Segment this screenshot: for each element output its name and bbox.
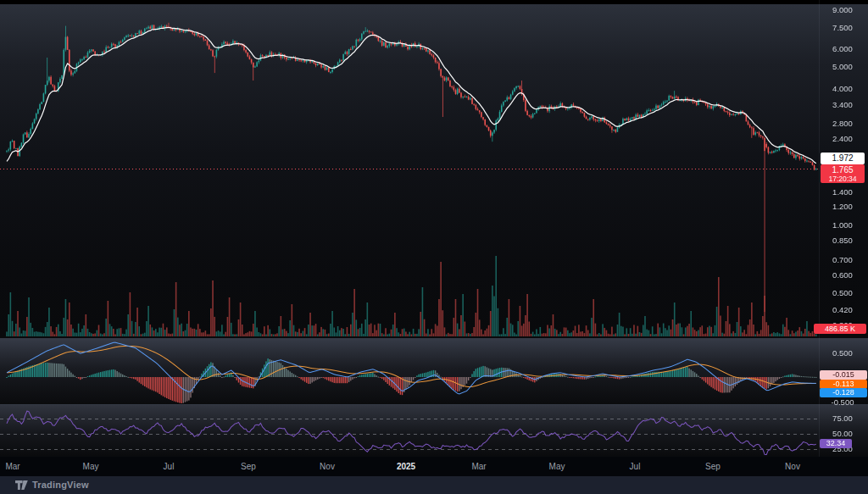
chart-canvas (0, 0, 868, 494)
rsi-value-tag: 32.34 (820, 439, 852, 448)
price-tick: 0.420 (819, 305, 866, 314)
price-tick: 0.500 (819, 288, 866, 297)
time-tick: Jul (618, 457, 652, 476)
time-tick: May (540, 457, 574, 476)
price-tick: 6.000 (819, 44, 866, 53)
time-tick: Jul (152, 457, 186, 476)
time-axis[interactable]: MarMayJulSepNov2025MarMayJulSepNov (0, 457, 868, 476)
macd-histogram-tag: -0.015 (820, 370, 867, 380)
time-tick: Sep (231, 457, 265, 476)
tradingview-logo-text: TradingView (32, 480, 89, 490)
price-tick: 1.000 (819, 220, 866, 230)
tradingview-logo-link[interactable]: TradingView (15, 480, 89, 490)
time-tick: May (74, 457, 108, 476)
volume-value-tag: 486.85 K (814, 324, 866, 334)
time-tick: Nov (310, 457, 344, 476)
price-tick: 0.850 (819, 236, 866, 245)
time-tick: Mar (0, 457, 30, 476)
bar-countdown: 17:20:34 (821, 175, 865, 183)
time-tick: Mar (462, 457, 496, 476)
macd-tick: 0.500 (819, 348, 866, 358)
macd-line-tag: -0.128 (820, 388, 867, 397)
footer-bar: TradingView (0, 476, 868, 494)
price-tick: 1.200 (819, 202, 866, 211)
ma-price-tag: 1.972 (821, 153, 865, 164)
tradingview-logo-icon (15, 480, 28, 490)
price-tick: 1.400 (819, 187, 866, 197)
price-tick: 0.600 (819, 270, 866, 280)
tradingview-chart-window: 9.0007.5006.0005.0004.0003.4002.8002.400… (0, 0, 868, 494)
last-price-tag: 1.765 17:20:34 (821, 164, 865, 183)
macd-tick: -0.500 (819, 397, 866, 407)
price-tick: 2.800 (819, 119, 866, 128)
time-tick: 2025 (389, 457, 423, 476)
rsi-tick: 50.00 (819, 429, 866, 438)
time-tick: Sep (696, 457, 730, 476)
price-tick: 5.000 (819, 62, 866, 71)
price-tick: 7.500 (819, 23, 866, 32)
price-tick: 0.700 (819, 255, 866, 264)
price-tick: 4.000 (819, 84, 866, 93)
time-tick: Nov (776, 457, 810, 476)
rsi-tick: 75.00 (819, 414, 866, 423)
price-tick: 2.400 (819, 134, 866, 143)
price-tick: 9.000 (819, 5, 866, 14)
price-tick: 3.400 (819, 100, 866, 109)
